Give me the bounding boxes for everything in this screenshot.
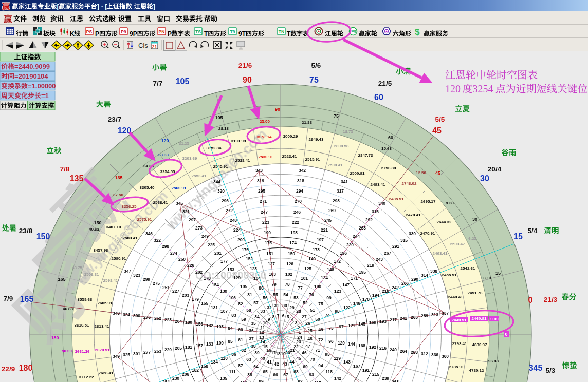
svg-text:323: 323	[133, 273, 140, 278]
svg-text:0.00: 0.00	[490, 317, 499, 321]
svg-text:2560.91: 2560.91	[172, 186, 187, 190]
svg-text:177: 177	[220, 259, 228, 264]
svg-text:90: 90	[243, 75, 252, 84]
svg-text:PS: PS	[86, 29, 93, 34]
svg-text:176: 176	[242, 247, 249, 252]
svg-text:243: 243	[376, 257, 383, 262]
svg-text:215: 215	[372, 372, 379, 377]
svg-text:42: 42	[274, 361, 279, 367]
svg-text:73: 73	[328, 326, 334, 331]
svg-text:317: 317	[337, 188, 344, 194]
svg-text:218: 218	[382, 289, 389, 294]
svg-text:5/4: 5/4	[528, 227, 538, 235]
svg-text:271: 271	[260, 199, 267, 204]
svg-text:65: 65	[263, 369, 268, 374]
svg-text:336: 336	[431, 352, 438, 357]
svg-text:3559.66: 3559.66	[78, 297, 93, 302]
svg-text:28.13: 28.13	[218, 126, 229, 131]
svg-text:122: 122	[343, 305, 351, 310]
svg-text:60: 60	[374, 93, 383, 102]
svg-text:82: 82	[238, 301, 243, 307]
svg-text:5/3: 5/3	[546, 367, 556, 374]
svg-text:221: 221	[321, 227, 328, 233]
svg-text:226: 226	[187, 263, 194, 268]
svg-text:322: 322	[154, 238, 161, 243]
svg-text:98: 98	[335, 309, 340, 314]
svg-text:62: 62	[241, 348, 246, 353]
svg-text:40.63: 40.63	[89, 227, 100, 232]
svg-text:203: 203	[182, 293, 189, 298]
svg-text:127: 127	[268, 261, 275, 266]
svg-text:0: 0	[505, 332, 507, 337]
svg-text:50: 50	[315, 317, 320, 322]
svg-text:289: 289	[421, 313, 428, 318]
svg-text:75: 75	[309, 75, 319, 84]
svg-text:150: 150	[288, 251, 295, 256]
svg-text:148: 148	[327, 267, 334, 272]
svg-text:=1.00000: =1.00000	[28, 82, 56, 90]
svg-text:316: 316	[372, 209, 379, 214]
svg-text:9P: 9P	[130, 30, 137, 37]
svg-text:312: 312	[421, 351, 428, 356]
svg-text:23/8: 23/8	[19, 227, 33, 235]
svg-text:110: 110	[220, 356, 228, 361]
svg-text:71: 71	[315, 348, 320, 353]
svg-text:9T: 9T	[238, 30, 246, 37]
svg-text:5: 5	[287, 314, 289, 319]
svg-text:103: 103	[269, 272, 276, 277]
svg-text:51: 51	[310, 308, 315, 313]
svg-text:72: 72	[318, 337, 323, 342]
svg-text:76: 76	[309, 292, 314, 297]
svg-text:79: 79	[271, 282, 277, 287]
svg-text:135: 135	[70, 174, 84, 183]
svg-text:3407.10: 3407.10	[106, 225, 121, 230]
svg-text:90: 90	[275, 107, 280, 112]
svg-text:2793.41: 2793.41	[452, 341, 467, 346]
svg-text:274: 274	[170, 251, 177, 256]
svg-text:130: 130	[220, 289, 227, 294]
svg-text:319: 319	[257, 178, 264, 183]
svg-text:182: 182	[192, 368, 199, 373]
svg-text:318: 318	[297, 178, 304, 183]
svg-text:158: 158	[201, 364, 208, 369]
svg-text:30: 30	[472, 217, 477, 222]
svg-text:145: 145	[358, 321, 365, 327]
svg-text:52: 52	[303, 300, 308, 305]
svg-text:2491.76: 2491.76	[468, 291, 483, 295]
svg-text:152: 152	[246, 256, 253, 261]
svg-text:30: 30	[480, 174, 489, 183]
svg-text:276: 276	[143, 315, 151, 320]
svg-text:50.00: 50.00	[62, 349, 72, 353]
svg-text:K: K	[70, 30, 75, 37]
svg-text:7: 7	[277, 313, 280, 318]
svg-text:191: 191	[362, 368, 370, 373]
svg-text:134: 134	[211, 359, 218, 365]
svg-text:39: 39	[254, 350, 260, 355]
svg-text:2553.41: 2553.41	[192, 174, 207, 178]
svg-text:21.88: 21.88	[302, 120, 313, 125]
svg-text:252: 252	[154, 316, 161, 321]
svg-text:105: 105	[176, 77, 190, 86]
svg-text:3610.51: 3610.51	[75, 323, 89, 328]
svg-text:2455.91: 2455.91	[442, 273, 457, 277]
svg-text:75: 75	[334, 113, 339, 119]
svg-text:144: 144	[348, 341, 355, 347]
svg-text:46: 46	[302, 350, 307, 355]
svg-text:204: 204	[175, 319, 182, 324]
svg-text:70: 70	[310, 357, 315, 362]
svg-text:181: 181	[185, 345, 192, 350]
svg-text:P9: P9	[121, 29, 126, 34]
svg-text:1: 1	[299, 330, 301, 335]
svg-text:] - [: ] - [	[97, 3, 107, 10]
svg-text:2545.91: 2545.91	[213, 164, 228, 169]
svg-text:120: 120	[161, 138, 169, 143]
svg-text:193: 193	[379, 319, 387, 324]
svg-text:12: 12	[259, 330, 264, 335]
svg-text:111: 111	[229, 369, 236, 374]
svg-text:60: 60	[238, 327, 243, 332]
svg-text:2620.91: 2620.91	[95, 348, 110, 352]
svg-text:153: 153	[227, 267, 234, 272]
svg-text:339: 339	[409, 231, 416, 236]
svg-text:2590.91: 2590.91	[112, 256, 126, 261]
svg-text:167: 167	[353, 364, 360, 369]
